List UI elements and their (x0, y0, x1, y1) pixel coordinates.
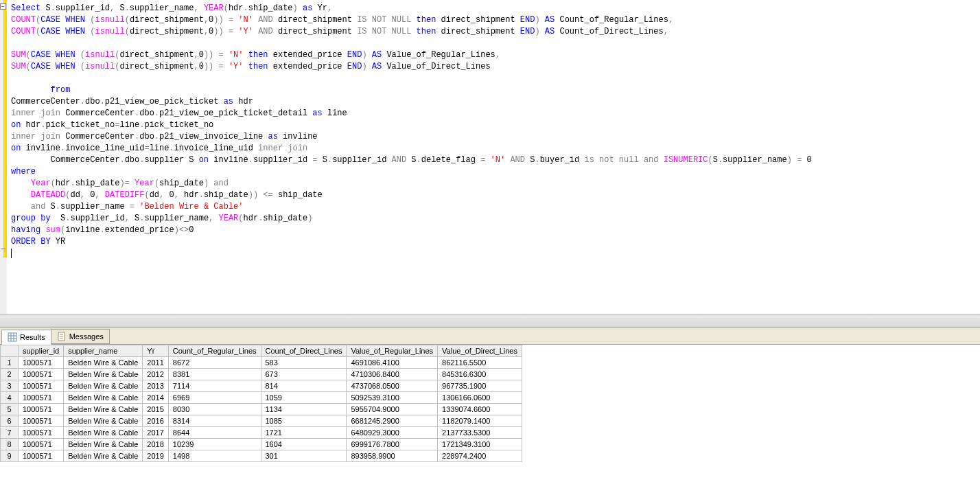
tab-messages[interactable]: Messages (51, 329, 110, 344)
table-row[interactable]: 61000571Belden Wire & Cable2016831410856… (1, 415, 522, 427)
cell[interactable]: 2018 (143, 439, 168, 450)
table-row[interactable]: 41000571Belden Wire & Cable2014696910595… (1, 392, 522, 404)
cell[interactable]: 1000571 (19, 415, 64, 427)
cell[interactable]: 6969 (168, 392, 261, 404)
cell[interactable]: 2012 (143, 369, 168, 380)
row-number[interactable]: 6 (1, 415, 19, 427)
cell[interactable]: 1000571 (19, 357, 64, 369)
sql-code-area[interactable]: Select S.supplier_id, S.supplier_name, Y… (7, 0, 980, 314)
cell[interactable]: Belden Wire & Cable (64, 450, 143, 462)
cell[interactable]: 6480929.3000 (347, 427, 438, 439)
row-header-corner[interactable] (1, 345, 19, 357)
results-grid-pane[interactable]: supplier_idsupplier_nameYrCount_of_Regul… (0, 345, 980, 504)
cell[interactable]: 4691086.4100 (347, 357, 438, 369)
cell[interactable]: 2013 (143, 380, 168, 392)
row-number[interactable]: 1 (1, 357, 19, 369)
cell[interactable]: 2015 (143, 404, 168, 415)
cell[interactable]: 301 (261, 450, 347, 462)
cell[interactable]: 1134 (261, 404, 347, 415)
cell[interactable]: 1306166.0600 (438, 392, 522, 404)
cell[interactable]: 1721 (261, 427, 347, 439)
cell[interactable]: 5092539.3100 (347, 392, 438, 404)
column-header[interactable]: supplier_id (19, 345, 64, 357)
cell[interactable]: 8381 (168, 369, 261, 380)
cell[interactable]: 8672 (168, 357, 261, 369)
cell[interactable]: 1000571 (19, 450, 64, 462)
cell[interactable]: 1721349.3100 (438, 439, 522, 450)
column-header[interactable]: Count_of_Direct_Lines (261, 345, 347, 357)
column-header[interactable]: supplier_name (64, 345, 143, 357)
cell[interactable]: 1059 (261, 392, 347, 404)
cell[interactable]: 1000571 (19, 369, 64, 380)
tab-messages-label: Messages (69, 332, 104, 341)
collapse-icon[interactable]: − (0, 3, 6, 10)
table-row[interactable]: 71000571Belden Wire & Cable2017864417216… (1, 427, 522, 439)
cell[interactable]: 8030 (168, 404, 261, 415)
cell[interactable]: Belden Wire & Cable (64, 415, 143, 427)
cell[interactable]: 1000571 (19, 404, 64, 415)
cell[interactable]: 845316.6300 (438, 369, 522, 380)
table-row[interactable]: 81000571Belden Wire & Cable2018102391604… (1, 439, 522, 450)
sql-editor-pane: − Select S.supplier_id, S.supplier_name,… (0, 0, 980, 314)
row-number[interactable]: 9 (1, 450, 19, 462)
cell[interactable]: 673 (261, 369, 347, 380)
cell[interactable]: 2014 (143, 392, 168, 404)
cell[interactable]: 1339074.6600 (438, 404, 522, 415)
cell[interactable]: 8644 (168, 427, 261, 439)
cell[interactable]: 1000571 (19, 439, 64, 450)
cell[interactable]: 4737068.0500 (347, 380, 438, 392)
document-icon (57, 332, 67, 341)
column-header[interactable]: Yr (143, 345, 168, 357)
row-number[interactable]: 3 (1, 380, 19, 392)
table-row[interactable]: 91000571Belden Wire & Cable2019149830189… (1, 450, 522, 462)
cell[interactable]: 6681245.2900 (347, 415, 438, 427)
cell[interactable]: Belden Wire & Cable (64, 427, 143, 439)
cell[interactable]: 228974.2400 (438, 450, 522, 462)
cell[interactable]: 1182079.1400 (438, 415, 522, 427)
row-number[interactable]: 4 (1, 392, 19, 404)
table-row[interactable]: 21000571Belden Wire & Cable2012838167347… (1, 369, 522, 380)
cell[interactable]: 1000571 (19, 427, 64, 439)
cell[interactable]: 8314 (168, 415, 261, 427)
table-row[interactable]: 11000571Belden Wire & Cable2011867258346… (1, 357, 522, 369)
cell[interactable]: 10239 (168, 439, 261, 450)
cell[interactable]: 1085 (261, 415, 347, 427)
splitter-bar[interactable] (0, 314, 980, 328)
cell[interactable]: Belden Wire & Cable (64, 404, 143, 415)
cell[interactable]: Belden Wire & Cable (64, 380, 143, 392)
cell[interactable]: 967735.1900 (438, 380, 522, 392)
column-header[interactable]: Value_of_Regular_Lines (347, 345, 438, 357)
table-row[interactable]: 51000571Belden Wire & Cable2015803011345… (1, 404, 522, 415)
cell[interactable]: Belden Wire & Cable (64, 369, 143, 380)
column-header[interactable]: Value_of_Direct_Lines (438, 345, 522, 357)
cell[interactable]: 7114 (168, 380, 261, 392)
row-number[interactable]: 8 (1, 439, 19, 450)
column-header[interactable]: Count_of_Regular_Lines (168, 345, 261, 357)
cell[interactable]: 2137733.5300 (438, 427, 522, 439)
cell[interactable]: 2019 (143, 450, 168, 462)
row-number[interactable]: 5 (1, 404, 19, 415)
results-table[interactable]: supplier_idsupplier_nameYrCount_of_Regul… (0, 345, 522, 462)
cell[interactable]: 6999176.7800 (347, 439, 438, 450)
cell[interactable]: 583 (261, 357, 347, 369)
tab-results[interactable]: Results (1, 330, 51, 345)
cell[interactable]: 4710306.8400 (347, 369, 438, 380)
cell[interactable]: 1000571 (19, 392, 64, 404)
row-number[interactable]: 7 (1, 427, 19, 439)
table-row[interactable]: 31000571Belden Wire & Cable2013711481447… (1, 380, 522, 392)
cell[interactable]: 1498 (168, 450, 261, 462)
cell[interactable]: Belden Wire & Cable (64, 392, 143, 404)
cell[interactable]: Belden Wire & Cable (64, 357, 143, 369)
cell[interactable]: 893958.9900 (347, 450, 438, 462)
row-number[interactable]: 2 (1, 369, 19, 380)
cell[interactable]: 2017 (143, 427, 168, 439)
cell[interactable]: 2016 (143, 415, 168, 427)
fold-end-icon (1, 249, 5, 249)
cell[interactable]: 1604 (261, 439, 347, 450)
cell[interactable]: 1000571 (19, 380, 64, 392)
cell[interactable]: 862116.5500 (438, 357, 522, 369)
cell[interactable]: 2011 (143, 357, 168, 369)
cell[interactable]: 814 (261, 380, 347, 392)
cell[interactable]: 5955704.9000 (347, 404, 438, 415)
cell[interactable]: Belden Wire & Cable (64, 439, 143, 450)
